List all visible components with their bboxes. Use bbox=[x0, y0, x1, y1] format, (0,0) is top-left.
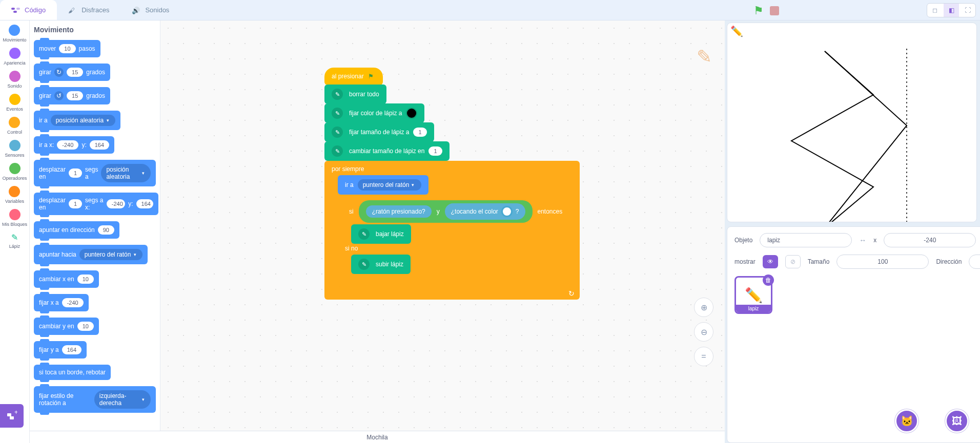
color-swatch[interactable] bbox=[501, 206, 513, 217]
hat-when-flag[interactable]: al presionar ⚑ bbox=[324, 68, 383, 85]
show-sprite-button[interactable]: 👁 bbox=[763, 255, 778, 268]
block-move-steps[interactable]: mover 10 pasos bbox=[34, 40, 100, 57]
horizontal-icon: ↔ bbox=[859, 236, 866, 244]
block-set-pen-color[interactable]: ✎fijar color de lápiz a bbox=[324, 103, 424, 123]
goto-mouse-dropdown[interactable]: puntero del ratón bbox=[358, 179, 422, 191]
large-stage-button[interactable]: ◧ bbox=[944, 4, 959, 17]
block-goto[interactable]: ir a posición aleatoria bbox=[34, 111, 120, 130]
category-variables[interactable]: Variables bbox=[5, 186, 24, 204]
category-label: Sensores bbox=[5, 153, 24, 158]
block-change-pen-size[interactable]: ✎cambiar tamaño de lápiz en1 bbox=[324, 141, 450, 161]
sprite-size-input[interactable] bbox=[836, 255, 929, 269]
block-bounce[interactable]: si toca un borde, rebotar bbox=[34, 365, 111, 380]
block-rotation-style[interactable]: fijar estilo de rotación a izquierda-der… bbox=[34, 386, 156, 413]
svg-text:+: + bbox=[14, 410, 17, 416]
add-sprite-button[interactable]: 🐱 bbox=[895, 409, 918, 433]
operator-and[interactable]: ¿ratón presionado? y ¿tocando el color ? bbox=[359, 200, 533, 223]
pencil-thumb-icon: ✏️ bbox=[745, 287, 763, 304]
color-swatch[interactable] bbox=[406, 108, 417, 119]
code-icon bbox=[11, 7, 21, 14]
rotstyle-dropdown[interactable]: izquierda-derecha bbox=[94, 390, 151, 409]
category-control[interactable]: Control bbox=[7, 117, 22, 135]
green-flag-icon[interactable]: ⚑ bbox=[753, 4, 764, 17]
direction-label: Dirección bbox=[936, 258, 962, 265]
point-dropdown[interactable]: puntero del ratón bbox=[79, 249, 143, 260]
stage-drawing bbox=[727, 23, 977, 222]
tab-sounds-label: Sonidos bbox=[145, 6, 169, 14]
stage[interactable]: ✏️ bbox=[727, 23, 977, 222]
category-eventos[interactable]: Eventos bbox=[6, 94, 23, 112]
pen-icon: ✎ bbox=[358, 228, 370, 240]
blocks-palette[interactable]: Movimiento mover 10 pasos girar ↻ 15 gra… bbox=[30, 20, 160, 443]
category-dot bbox=[9, 94, 21, 105]
zoom-out-button[interactable]: ⊖ bbox=[694, 322, 713, 342]
stage-size-buttons: ◻ ◧ ⛶ bbox=[927, 3, 976, 17]
block-turn-cw[interactable]: girar ↻ 15 grados bbox=[34, 64, 110, 81]
size-label: Tamaño bbox=[808, 258, 830, 265]
block-glide-to[interactable]: desplazar en 1 segs a posición aleatoria bbox=[34, 160, 156, 186]
tab-code[interactable]: Código bbox=[0, 0, 57, 20]
pen-icon: ✎ bbox=[358, 259, 370, 270]
block-point-towards[interactable]: apuntar hacia puntero del ratón bbox=[34, 245, 148, 264]
tab-code-label: Código bbox=[25, 6, 46, 14]
sprite-x-input[interactable] bbox=[884, 233, 976, 247]
zoom-in-button[interactable]: ⊕ bbox=[694, 298, 713, 317]
category-sensores[interactable]: Sensores bbox=[5, 140, 24, 158]
backpack-bar[interactable]: Mochila bbox=[30, 431, 725, 443]
block-turn-ccw[interactable]: girar ↺ 15 grados bbox=[34, 87, 110, 104]
sprite-direction-input[interactable] bbox=[969, 255, 980, 269]
pen-icon: ✎ bbox=[9, 232, 19, 242]
block-set-y[interactable]: fijar y a 164 bbox=[34, 341, 87, 358]
svg-rect-5 bbox=[10, 416, 14, 419]
script-stack[interactable]: al presionar ⚑ ✎borrar todo ✎fijar color… bbox=[324, 68, 580, 300]
block-if-else[interactable]: si ¿ratón presionado? y ¿tocando el colo… bbox=[338, 195, 574, 287]
add-backdrop-button[interactable]: 🖼 bbox=[945, 409, 969, 433]
category-apariencia[interactable]: Apariencia bbox=[4, 48, 26, 66]
tab-sounds[interactable]: 🔊 Sonidos bbox=[120, 0, 180, 20]
block-change-y[interactable]: cambiar y en 10 bbox=[34, 318, 99, 335]
hide-sprite-button[interactable]: ⊘ bbox=[785, 255, 801, 268]
category-dot bbox=[9, 209, 21, 220]
block-pen-down[interactable]: ✎bajar lápiz bbox=[351, 224, 411, 244]
category-operadores[interactable]: Operadores bbox=[3, 163, 27, 181]
glide-dropdown[interactable]: posición aleatoria bbox=[101, 164, 151, 182]
zoom-reset-button[interactable]: = bbox=[694, 347, 713, 366]
category-movimiento[interactable]: Movimiento bbox=[3, 25, 26, 43]
delete-sprite-button[interactable]: 🗑 bbox=[763, 275, 774, 286]
sprite-info-panel: Objeto ↔ x ↕ y mostrar 👁 ⊘ Tamaño Direcc… bbox=[727, 226, 980, 443]
category-label: Operadores bbox=[3, 176, 27, 181]
add-extension-button[interactable]: + bbox=[0, 404, 24, 428]
editor-tabs: Código 🖌 Disfraces 🔊 Sonidos ⚑ ◻ ◧ ⛶ bbox=[0, 0, 980, 20]
category-lápiz[interactable]: ✎Lápiz bbox=[9, 232, 21, 249]
small-stage-button[interactable]: ◻ bbox=[927, 4, 943, 17]
block-set-x[interactable]: fijar x a -240 bbox=[34, 294, 89, 311]
sensing-mouse-down[interactable]: ¿ratón presionado? bbox=[366, 205, 432, 218]
scripts-workspace[interactable]: ✎ al presionar ⚑ ✎borrar todo ✎fijar col… bbox=[160, 20, 725, 443]
category-label: Eventos bbox=[6, 107, 23, 112]
block-point-direction[interactable]: apuntar en dirección 90 bbox=[34, 221, 119, 239]
pen-icon: ✎ bbox=[332, 108, 343, 119]
svg-rect-2 bbox=[16, 8, 20, 10]
sprite-tile[interactable]: 🗑 ✏️ lapiz bbox=[734, 276, 772, 314]
pen-icon: ✎ bbox=[332, 126, 343, 138]
category-mis-bloques[interactable]: Mis Bloques bbox=[2, 209, 27, 227]
block-erase-all[interactable]: ✎borrar todo bbox=[324, 85, 386, 104]
category-label: Variables bbox=[5, 199, 24, 204]
tab-costumes[interactable]: 🖌 Disfraces bbox=[57, 0, 120, 20]
sprite-name-input[interactable] bbox=[760, 233, 852, 247]
block-goto-mouse[interactable]: ir a puntero del ratón bbox=[338, 175, 428, 195]
block-forever[interactable]: por siempre ir a puntero del ratón si ¿r… bbox=[324, 161, 580, 300]
fullscreen-button[interactable]: ⛶ bbox=[960, 4, 975, 17]
block-change-x[interactable]: cambiar x en 10 bbox=[34, 270, 99, 288]
sensing-touching-color[interactable]: ¿tocando el color ? bbox=[445, 203, 525, 220]
goto-dropdown[interactable]: posición aleatoria bbox=[51, 115, 115, 126]
block-goto-xy[interactable]: ir a x: -240 y: 164 bbox=[34, 136, 114, 154]
stop-icon[interactable] bbox=[770, 6, 779, 15]
block-glide-xy[interactable]: desplazar en 1 segs a x: -240 y: 164 bbox=[34, 193, 158, 215]
block-set-pen-size[interactable]: ✎fijar tamaño de lápiz a1 bbox=[324, 122, 434, 142]
category-dot bbox=[9, 25, 20, 36]
loop-arrow-icon: ↻ bbox=[568, 289, 575, 298]
show-label: mostrar bbox=[734, 258, 756, 265]
category-sonido[interactable]: Sonido bbox=[7, 71, 22, 89]
block-pen-up[interactable]: ✎subir lápiz bbox=[351, 255, 411, 274]
